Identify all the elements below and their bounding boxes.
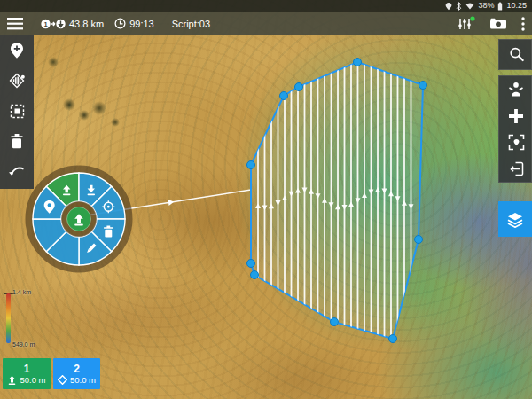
hide-panel-button[interactable] bbox=[499, 155, 532, 182]
polygon-vertex-handle[interactable] bbox=[419, 82, 427, 90]
add-waypoint-pin-icon bbox=[9, 42, 25, 59]
add-waypoint-button[interactable] bbox=[0, 35, 34, 66]
hamburger-icon bbox=[7, 18, 23, 30]
app-screen: 38% 10:25 1 43.8 km 99:13 bbox=[0, 0, 532, 399]
waypoint-card-2[interactable]: 2 50.0 m bbox=[53, 358, 100, 389]
edit-toolbar bbox=[0, 35, 34, 189]
fit-route-button[interactable] bbox=[499, 129, 532, 156]
polygon-vertex-handle[interactable] bbox=[251, 271, 259, 279]
telemetry-equalizer-button[interactable] bbox=[450, 12, 482, 35]
polygon-vertex-handle[interactable] bbox=[247, 260, 255, 268]
equalizer-icon bbox=[458, 16, 475, 32]
waypoint-altitude: 50.0 m bbox=[20, 375, 45, 385]
bluetooth-icon bbox=[456, 2, 462, 11]
undo-button[interactable] bbox=[0, 156, 34, 186]
waypoint-diamond-icon bbox=[58, 375, 67, 385]
follow-me-button[interactable] bbox=[499, 76, 532, 103]
map-layers-panel-active bbox=[498, 201, 532, 237]
search-button[interactable] bbox=[499, 40, 532, 69]
status-dot bbox=[470, 16, 474, 20]
waypoint-number: 2 bbox=[74, 364, 80, 375]
search-icon bbox=[508, 46, 525, 63]
search-panel bbox=[498, 39, 532, 70]
menu-button[interactable] bbox=[0, 12, 30, 35]
elevation-max-label: 1.4 km bbox=[12, 289, 31, 295]
map-layers-button[interactable] bbox=[498, 201, 532, 237]
layers-icon bbox=[506, 211, 524, 228]
kebab-menu-icon bbox=[521, 17, 525, 31]
location-status-icon bbox=[445, 2, 452, 11]
clock-text: 10:25 bbox=[506, 0, 527, 12]
follow-me-person-icon bbox=[508, 81, 524, 98]
polygon-vertex-handle[interactable] bbox=[354, 59, 362, 66]
wifi-icon bbox=[466, 2, 474, 11]
android-status-bar: 38% 10:25 bbox=[0, 0, 532, 12]
route-distance-value: 43.8 km bbox=[66, 19, 107, 29]
waypoint-radial-menu[interactable] bbox=[21, 161, 137, 277]
polygon-vertex-handle[interactable] bbox=[331, 318, 339, 326]
route-duration-group: 99:13 bbox=[114, 18, 158, 29]
elevation-min-label: 549.0 m bbox=[12, 341, 35, 348]
trash-icon bbox=[9, 132, 25, 150]
area-select-icon bbox=[9, 103, 26, 120]
script-label: Script:03 bbox=[168, 19, 214, 29]
app-toolbar: 1 43.8 km 99:13 Script:03 bbox=[0, 12, 532, 35]
camera-icon bbox=[489, 17, 507, 30]
move-cross-icon bbox=[508, 108, 524, 124]
clock-icon bbox=[114, 18, 126, 29]
area-select-button[interactable] bbox=[0, 96, 34, 126]
move-map-button[interactable] bbox=[499, 103, 532, 129]
overflow-menu-button[interactable] bbox=[514, 12, 532, 35]
fit-route-expand-icon bbox=[508, 134, 525, 151]
waypoint-number: 1 bbox=[24, 364, 30, 375]
polygon-vertex-handle[interactable] bbox=[415, 236, 423, 244]
delete-button[interactable] bbox=[0, 126, 34, 156]
map-controls-panel bbox=[498, 75, 532, 183]
route-duration-value: 99:13 bbox=[126, 19, 158, 29]
radial-center-upload-button[interactable] bbox=[67, 207, 91, 231]
polygon-vertex-handle[interactable] bbox=[389, 335, 397, 343]
battery-percent-text: 38% bbox=[478, 0, 494, 12]
polygon-vertex-handle[interactable] bbox=[295, 83, 303, 91]
battery-icon bbox=[497, 2, 503, 11]
polygon-vertex-handle[interactable] bbox=[280, 92, 288, 100]
takeoff-icon bbox=[7, 375, 17, 385]
svg-text:1: 1 bbox=[43, 20, 47, 27]
terrain-profile-button[interactable] bbox=[0, 66, 34, 96]
terrain-profile-icon bbox=[8, 72, 26, 90]
hide-panel-arrow-icon bbox=[509, 161, 524, 176]
undo-arrow-icon bbox=[8, 164, 26, 178]
delete-icon[interactable] bbox=[104, 226, 113, 238]
polygon-vertex-handle[interactable] bbox=[247, 161, 255, 169]
waypoint-altitude: 50.0 m bbox=[70, 375, 96, 385]
route-length-icon: 1 bbox=[41, 18, 66, 30]
camera-button[interactable] bbox=[482, 12, 514, 35]
elevation-gradient-bar bbox=[6, 293, 11, 343]
route-distance-group: 1 43.8 km bbox=[41, 18, 107, 30]
waypoint-card-1[interactable]: 1 50.0 m bbox=[3, 358, 51, 389]
